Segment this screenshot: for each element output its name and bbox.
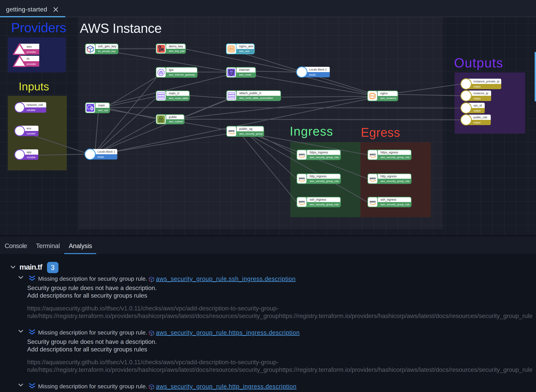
svg-text:aws: aws: [299, 176, 305, 180]
svg-text:aws: aws: [370, 200, 376, 203]
svg-text:172.16.0.0: 172.16.0.0: [158, 93, 164, 94]
svg-text:172.16.1.0: 172.16.1.0: [228, 95, 235, 97]
svg-text:aws: aws: [370, 153, 376, 156]
svg-text:T2: T2: [371, 94, 374, 98]
svg-text:53: 53: [230, 71, 233, 74]
svg-text:172.16.2.0: 172.16.2.0: [158, 98, 164, 99]
svg-text:172.16.2.0: 172.16.2.0: [228, 97, 235, 99]
svg-text:172.16.0.0: 172.16.0.0: [228, 93, 235, 94]
svg-text:aws: aws: [228, 129, 235, 133]
svg-text:aws: aws: [370, 176, 376, 180]
svg-text:172.16.1.0: 172.16.1.0: [158, 95, 164, 97]
svg-text:aws: aws: [299, 153, 305, 156]
svg-text:aws: aws: [299, 200, 305, 203]
